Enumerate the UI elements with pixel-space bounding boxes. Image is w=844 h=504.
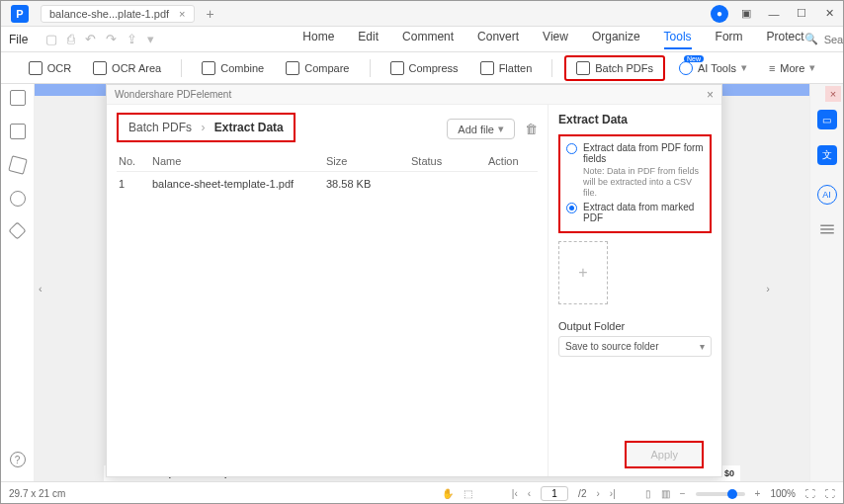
bookmarks-icon[interactable] <box>10 124 26 139</box>
view-mode-single-icon[interactable]: ▯ <box>645 488 651 499</box>
col-header-status: Status <box>411 155 488 167</box>
panel-title: Wondershare PDFelement <box>115 89 231 100</box>
chevron-down-icon: ▾ <box>809 61 815 74</box>
redo-icon[interactable]: ↷ <box>106 32 117 46</box>
first-page-icon[interactable]: |‹ <box>512 488 518 499</box>
next-page-chevron[interactable]: › <box>766 283 770 294</box>
print-icon[interactable]: ⎙ <box>67 32 75 46</box>
search-icon: 🔍 <box>804 33 818 45</box>
table-row[interactable]: 1 balance-sheet-template-1.pdf 38.58 KB <box>117 172 538 196</box>
zoom-out-icon[interactable]: − <box>680 488 686 499</box>
output-folder-select[interactable]: Save to source folder ▾ <box>558 336 712 357</box>
new-tab-button[interactable]: + <box>207 6 214 22</box>
chevron-down-icon: ▾ <box>498 123 504 135</box>
compress-button[interactable]: Compress <box>382 57 466 79</box>
chevron-down-icon: ▾ <box>700 341 705 352</box>
more-button[interactable]: ≡More▾ <box>761 57 823 78</box>
output-folder-label: Output Folder <box>558 320 712 332</box>
combine-button[interactable]: Combine <box>194 57 272 79</box>
undo-icon[interactable]: ↶ <box>85 32 96 46</box>
document-tab[interactable]: balance-she...plate-1.pdf × <box>41 5 195 23</box>
layers-icon[interactable] <box>8 221 26 239</box>
maximize-button[interactable]: ☐ <box>792 4 811 24</box>
close-right-panel[interactable]: × <box>825 86 841 102</box>
page-total: /2 <box>578 488 586 499</box>
ai-sidebar-icon[interactable]: AI <box>817 185 837 205</box>
zoom-in-icon[interactable]: + <box>755 488 761 499</box>
breadcrumb-root[interactable]: Batch PDFs <box>128 121 192 134</box>
menu-organize[interactable]: Organize <box>592 30 640 49</box>
search-tools-input[interactable] <box>824 34 844 45</box>
option-marked-pdf[interactable]: Extract data from marked PDF <box>566 202 704 223</box>
fit-width-icon[interactable]: ⛶ <box>805 488 815 499</box>
option-form-fields[interactable]: Extract data from PDF form fields <box>566 142 704 164</box>
flatten-icon <box>480 61 494 75</box>
radio-icon[interactable] <box>566 203 577 213</box>
add-file-button[interactable]: Add file ▾ <box>447 119 515 139</box>
search-panel-icon[interactable] <box>10 191 26 207</box>
cell-name: balance-sheet-template-1.pdf <box>152 178 326 190</box>
minimize-button[interactable]: — <box>764 4 784 24</box>
chevron-down-icon: ▾ <box>741 61 747 74</box>
menu-comment[interactable]: Comment <box>402 30 454 49</box>
cell-action <box>488 178 532 190</box>
cell-status <box>411 178 488 190</box>
quick-actions-dropdown[interactable]: ▾ <box>147 32 154 46</box>
breadcrumb-current: Extract Data <box>214 121 284 134</box>
help-icon[interactable]: ? <box>10 452 26 467</box>
col-header-action: Action <box>488 155 532 167</box>
close-tab-icon[interactable]: × <box>179 8 185 20</box>
combine-icon <box>202 61 215 75</box>
menu-edit[interactable]: Edit <box>358 30 379 49</box>
save-icon[interactable]: ▢ <box>45 32 57 46</box>
radio-icon[interactable] <box>566 143 577 154</box>
prev-page-icon[interactable]: ‹ <box>528 488 531 499</box>
app-menu-icon[interactable]: ▣ <box>736 4 756 24</box>
view-mode-continuous-icon[interactable]: ▥ <box>661 488 670 499</box>
document-dimensions: 29.7 x 21 cm <box>9 488 65 499</box>
contact-card-icon[interactable]: ▭ <box>817 110 837 129</box>
ocr-button[interactable]: OCR <box>21 57 79 79</box>
option-note: Note: Data in PDF from fields will be ex… <box>583 166 704 198</box>
menu-tools[interactable]: Tools <box>664 30 692 49</box>
close-window-button[interactable]: ✕ <box>819 4 839 24</box>
compress-icon <box>390 61 404 75</box>
fullscreen-icon[interactable]: ⛶ <box>825 488 835 499</box>
thumbnails-icon[interactable] <box>10 90 26 106</box>
page-number-input[interactable] <box>541 486 568 501</box>
flatten-button[interactable]: Flatten <box>472 57 541 79</box>
user-avatar-icon[interactable]: ● <box>711 5 728 23</box>
share-icon[interactable]: ⇪ <box>127 32 137 46</box>
batch-pdfs-button[interactable]: Batch PDFs <box>564 55 665 81</box>
menu-protect[interactable]: Protect <box>767 30 804 49</box>
hand-tool-icon[interactable]: ✋ <box>442 488 454 499</box>
file-menu[interactable]: File <box>9 33 28 46</box>
menu-home[interactable]: Home <box>302 30 334 49</box>
select-tool-icon[interactable]: ⬚ <box>464 488 472 499</box>
next-page-icon[interactable]: › <box>596 488 599 499</box>
menu-view[interactable]: View <box>543 30 568 49</box>
menu-convert[interactable]: Convert <box>477 30 519 49</box>
separator <box>551 59 552 77</box>
panel-close-button[interactable]: × <box>707 88 714 102</box>
last-page-icon[interactable]: ›| <box>610 488 616 499</box>
menu-form[interactable]: Form <box>716 30 743 49</box>
apply-button[interactable]: Apply <box>625 441 704 468</box>
prev-page-chevron[interactable]: ‹ <box>39 283 42 294</box>
ocr-area-icon <box>93 61 107 75</box>
compare-button[interactable]: Compare <box>278 57 357 79</box>
cell-size: 38.58 KB <box>326 178 411 190</box>
chevron-right-icon: › <box>201 121 205 134</box>
col-header-no: No. <box>119 155 152 167</box>
separator <box>181 59 182 77</box>
zoom-slider[interactable] <box>696 492 745 496</box>
ai-tools-button[interactable]: AI Tools▾ <box>671 57 755 79</box>
delete-file-button[interactable]: 🗑 <box>525 122 538 136</box>
zoom-level: 100% <box>770 488 796 499</box>
ocr-area-button[interactable]: OCR Area <box>85 57 169 79</box>
translate-icon[interactable]: 文 <box>817 145 837 165</box>
settings-sidebar-icon[interactable] <box>818 220 836 238</box>
add-marked-template[interactable]: + <box>558 241 608 304</box>
attachments-icon[interactable] <box>8 155 28 175</box>
batch-panel: Wondershare PDFelement × Batch PDFs › Ex… <box>106 84 722 477</box>
